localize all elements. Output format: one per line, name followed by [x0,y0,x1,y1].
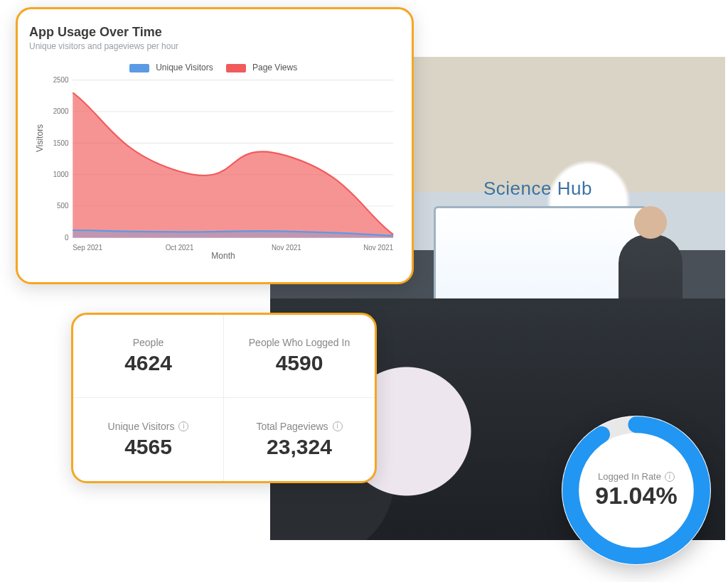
stat-label-text: Total Pageviews [256,421,328,432]
chart-subtitle: Unique visitors and pageviews per hour [29,41,397,51]
chart-svg: 05001000150020002500 Sep 2021Oct 2021Nov… [49,75,397,257]
chart-yaxis-label: Visitors [35,124,45,151]
stat-label: People Who Logged In [249,337,350,348]
chart-yaxis-ticks: 05001000150020002500 [53,75,69,241]
stat-value: 4565 [124,435,172,459]
chart-xaxis-label: Month [49,251,397,261]
legend-swatch-red [226,64,246,72]
svg-text:2000: 2000 [53,107,69,116]
series-page-views-area [73,92,393,237]
svg-text:500: 500 [57,202,69,210]
gauge-value: 91.04% [595,482,677,510]
legend-label-uv: Unique Visitors [156,63,213,72]
legend-item-unique-visitors[interactable]: Unique Visitors [129,63,213,72]
stat-label: Total Pageviews i [256,421,342,432]
stat-value: 4590 [276,351,323,375]
legend-item-page-views[interactable]: Page Views [226,63,298,72]
gauge-label: Logged In Rate i [598,471,675,482]
stats-card: People 4624 People Who Logged In 4590 Un… [71,313,377,483]
svg-text:1000: 1000 [53,170,69,178]
info-icon[interactable]: i [665,472,675,482]
chart-title: App Usage Over Time [29,25,397,40]
gauge-label-text: Logged In Rate [598,471,661,482]
legend-label-pv: Page Views [252,63,297,72]
chart-card: App Usage Over Time Unique visitors and … [16,7,414,284]
chart-legend: Unique Visitors Page Views [29,63,397,72]
stat-value: 4624 [124,351,172,375]
gauge-card: Logged In Rate i 91.04% [562,416,711,565]
legend-swatch-blue [129,64,149,72]
stat-logged-in: People Who Logged In 4590 [224,315,375,398]
svg-text:0: 0 [65,233,69,242]
chart-plot-area: Visitors 05001000150020002500 Sep 2021Oc… [49,75,397,257]
photo-sign-text: Science Hub [483,178,592,200]
stat-unique-visitors: Unique Visitors i 4565 [73,398,224,481]
info-icon[interactable]: i [178,421,188,431]
info-icon[interactable]: i [333,421,343,431]
stat-label: People [133,337,164,348]
stat-people: People 4624 [73,315,224,398]
stat-value: 23,324 [267,435,332,459]
svg-text:2500: 2500 [53,75,69,84]
stat-label-text: Unique Visitors [108,421,175,432]
stat-label: Unique Visitors i [108,421,189,432]
stat-total-pageviews: Total Pageviews i 23,324 [224,398,375,481]
svg-text:1500: 1500 [53,139,69,147]
